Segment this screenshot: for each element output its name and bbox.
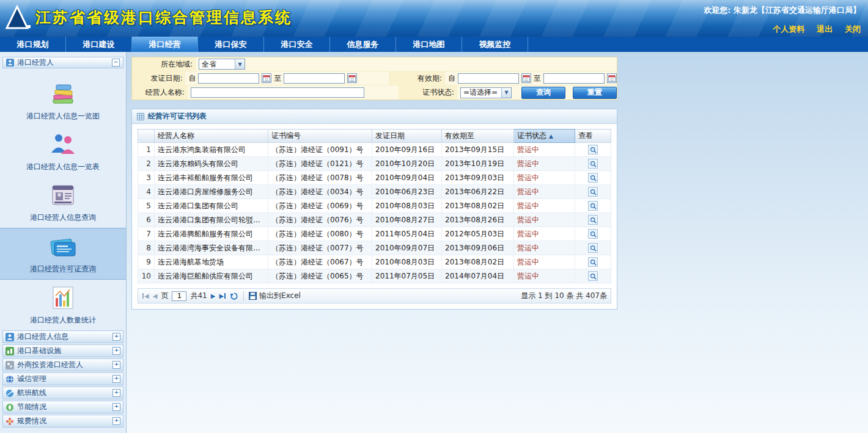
calendar-icon[interactable] bbox=[262, 73, 271, 83]
sidebar-item-label: 港口经营许可证查询 bbox=[0, 264, 126, 274]
view-detail-icon[interactable] bbox=[588, 145, 598, 155]
view-detail-icon[interactable] bbox=[588, 201, 598, 211]
nav-tab-port-safety[interactable]: 港口安全 bbox=[264, 37, 330, 52]
table-row[interactable]: 8 连云港港湾海事安全设备有限... （苏连）港经证（0077）号 2010年0… bbox=[138, 241, 611, 255]
expand-panel-button[interactable]: + bbox=[112, 333, 120, 341]
sidebar-item-operator-overview-chart[interactable]: 港口经营人信息一览图 bbox=[0, 76, 126, 126]
table-row[interactable]: 2 连云港东粮码头有限公司 （苏连）港经证（0121）号 2010年10月20日… bbox=[138, 157, 611, 171]
next-page-button[interactable]: ▶ bbox=[211, 293, 216, 299]
fees-icon bbox=[6, 417, 14, 426]
nav-tab-port-map[interactable]: 港口地图 bbox=[396, 37, 462, 52]
issue-date-from-input[interactable] bbox=[198, 73, 259, 84]
sidebar-panel-infrastructure[interactable]: 港口基础设施 + bbox=[2, 344, 123, 357]
to-label: 至 bbox=[534, 73, 541, 84]
expand-panel-button[interactable]: + bbox=[112, 347, 120, 355]
nav-tab-port-security[interactable]: 港口保安 bbox=[198, 37, 264, 52]
logout-link[interactable]: 退出 bbox=[817, 24, 833, 34]
person-info-icon bbox=[6, 333, 14, 341]
calendar-icon[interactable] bbox=[347, 73, 357, 83]
panel-person-icon bbox=[6, 59, 14, 67]
welcome-text: 欢迎您: 朱新龙【江苏省交通运输厅港口局】 bbox=[704, 5, 861, 16]
expand-panel-button[interactable]: + bbox=[112, 389, 120, 397]
export-excel-button[interactable]: 输出到Excel bbox=[249, 291, 301, 301]
nav-tab-video-monitor[interactable]: 视频监控 bbox=[462, 37, 528, 52]
sidebar-panel-header[interactable]: 港口经营人 − bbox=[2, 57, 123, 68]
nav-tab-port-construction[interactable]: 港口建设 bbox=[66, 37, 132, 52]
license-table: 经营人名称 证书编号 发证日期 有效期至 证书状态▲ 查看 1 连云港东鸿集装箱… bbox=[138, 129, 611, 283]
sidebar-item-label: 港口经营人信息一览图 bbox=[0, 111, 126, 122]
col-cert-status[interactable]: 证书状态▲ bbox=[514, 129, 575, 143]
expand-panel-button[interactable]: + bbox=[112, 417, 120, 425]
credit-globe-icon bbox=[6, 375, 14, 384]
nav-tab-info-service[interactable]: 信息服务 bbox=[330, 37, 396, 52]
export-excel-label: 输出到Excel bbox=[259, 291, 301, 301]
view-detail-icon[interactable] bbox=[588, 271, 598, 281]
sidebar-item-operator-overview-table[interactable]: 港口经营人信息一览表 bbox=[0, 126, 126, 177]
table-row[interactable]: 7 连云港港腾船舶服务有限公司 （苏连）港经证（0080）号 2011年05月0… bbox=[138, 227, 611, 241]
books-icon bbox=[49, 81, 77, 107]
results-panel: 经营许可证书列表 经营人名称 证书编号 发证日期 有效期至 证书 bbox=[131, 109, 617, 310]
col-rownum bbox=[138, 129, 155, 143]
operator-name-input[interactable] bbox=[191, 87, 364, 98]
view-detail-icon[interactable] bbox=[588, 159, 598, 169]
main-nav: 港口规划 港口建设 港口经营 港口保安 港口安全 信息服务 港口地图 视频监控 bbox=[0, 37, 868, 52]
sidebar-panel-operator-info[interactable]: 港口经营人信息 + bbox=[2, 330, 123, 343]
pager-divider bbox=[243, 291, 244, 301]
table-row[interactable]: 5 连云港港口集团有限公司 （苏连）港经证（0069）号 2010年08月03日… bbox=[138, 199, 611, 213]
close-link[interactable]: 关闭 bbox=[845, 24, 861, 34]
sidebar-item-operator-info-query[interactable]: 港口经营人信息查询 bbox=[0, 177, 126, 228]
calendar-icon[interactable] bbox=[521, 73, 531, 83]
sidebar-item-label: 港口经营人信息查询 bbox=[0, 213, 126, 223]
results-panel-title: 经营许可证书列表 bbox=[148, 111, 207, 122]
sidebar-panel-flight-routes[interactable]: 航班航线 + bbox=[2, 387, 123, 399]
nav-tab-port-planning[interactable]: 港口规划 bbox=[0, 37, 66, 52]
validity-to-input[interactable] bbox=[543, 73, 605, 84]
table-row[interactable]: 4 连云港港口房屋维修服务公司 （苏连）港经证（0034）号 2010年06月2… bbox=[138, 185, 611, 199]
view-detail-icon[interactable] bbox=[588, 187, 598, 197]
from-label: 自 bbox=[448, 73, 455, 84]
sidebar-panel-fees[interactable]: 规费情况 + bbox=[2, 415, 123, 428]
table-header-row: 经营人名称 证书编号 发证日期 有效期至 证书状态▲ 查看 bbox=[138, 129, 611, 143]
search-button[interactable]: 查询 bbox=[521, 87, 565, 99]
view-detail-icon[interactable] bbox=[588, 173, 598, 183]
sidebar-panel-energy-saving[interactable]: 节能情况 + bbox=[2, 401, 123, 413]
table-row[interactable]: 3 连云港丰裕船舶服务有限公司 （苏连）港经证（0078）号 2010年09月0… bbox=[138, 171, 611, 185]
expand-panel-button[interactable]: + bbox=[112, 361, 120, 369]
validity-from-input[interactable] bbox=[458, 73, 519, 84]
page-label: 页 bbox=[161, 291, 168, 301]
expand-panel-button[interactable]: + bbox=[112, 375, 120, 383]
col-cert-no[interactable]: 证书编号 bbox=[268, 129, 372, 143]
reset-button[interactable]: 重置 bbox=[573, 87, 617, 99]
view-detail-icon[interactable] bbox=[588, 257, 598, 267]
sidebar-panel-credit-management[interactable]: 诚信管理 + bbox=[2, 373, 123, 385]
cert-status-label: 证书状态: bbox=[399, 86, 457, 100]
table-row[interactable]: 6 连云港港口集团有限公司轮驳... （苏连）港经证（0076）号 2010年0… bbox=[138, 213, 611, 227]
sidebar-item-license-query[interactable]: 港口经营许可证查询 bbox=[0, 228, 126, 280]
col-operator-name[interactable]: 经营人名称 bbox=[155, 129, 268, 143]
page-input[interactable] bbox=[172, 291, 186, 301]
table-row[interactable]: 9 连云港海航基地货场 （苏连）港经证（0067）号 2010年08月03日 2… bbox=[138, 255, 611, 269]
refresh-icon[interactable] bbox=[230, 292, 238, 300]
issue-date-to-input[interactable] bbox=[284, 73, 345, 84]
view-detail-icon[interactable] bbox=[588, 215, 598, 225]
last-page-button[interactable]: ▶ bbox=[219, 293, 226, 299]
col-valid-until[interactable]: 有效期至 bbox=[442, 129, 514, 143]
table-row[interactable]: 1 连云港东鸿集装箱有限公司 （苏连）港经证（0091）号 2010年09月16… bbox=[138, 143, 611, 157]
calendar-icon[interactable] bbox=[607, 73, 617, 83]
operator-name-label: 经营人名称: bbox=[132, 86, 188, 100]
prev-page-button[interactable]: ◀ bbox=[153, 293, 158, 299]
region-select[interactable]: 全省 ▼ bbox=[199, 59, 245, 70]
cert-status-select[interactable]: =请选择= ▼ bbox=[460, 87, 512, 98]
nav-tab-port-operation[interactable]: 港口经营 bbox=[132, 37, 198, 52]
table-row[interactable]: 10 连云港海巨船舶供应有限公司 （苏连）港经证（0065）号 2011年07月… bbox=[138, 269, 611, 283]
sidebar-panel-foreign-investment[interactable]: 外商投资港口经营人 + bbox=[2, 358, 123, 371]
grid-icon bbox=[137, 113, 144, 120]
expand-panel-button[interactable]: + bbox=[112, 403, 120, 411]
sidebar-item-operator-statistics[interactable]: 港口经营人数量统计 bbox=[0, 280, 126, 330]
col-issue-date[interactable]: 发证日期 bbox=[372, 129, 442, 143]
view-detail-icon[interactable] bbox=[588, 243, 598, 253]
first-page-button[interactable]: ◀ bbox=[142, 293, 149, 299]
view-detail-icon[interactable] bbox=[588, 229, 598, 239]
collapse-panel-button[interactable]: − bbox=[112, 59, 120, 67]
profile-link[interactable]: 个人资料 bbox=[773, 24, 804, 34]
